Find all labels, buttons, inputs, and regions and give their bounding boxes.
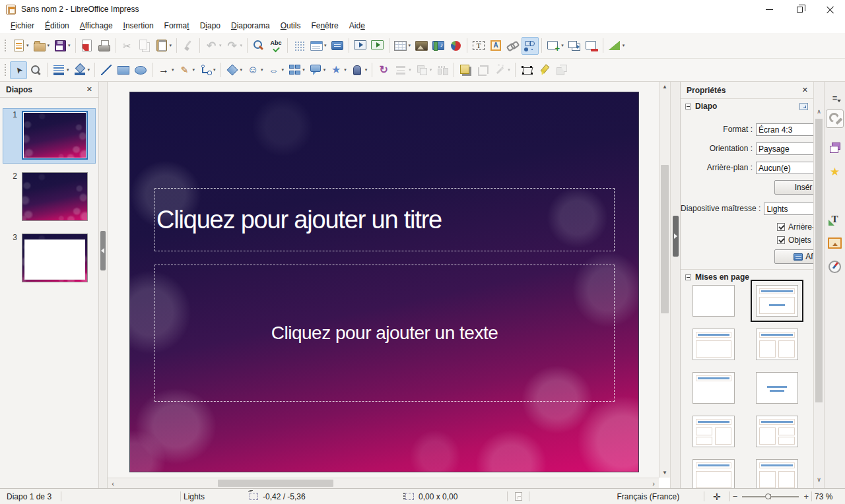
slide-thumbnail-1[interactable]: 1 — [3, 108, 96, 164]
dropdown-arrow-icon[interactable]: ▾ — [68, 43, 71, 48]
layout-title-only[interactable] — [693, 372, 735, 404]
insert-hyperlink-button[interactable] — [504, 37, 522, 55]
fill-color-button[interactable]: ▾ — [71, 61, 92, 79]
zoom-in-icon[interactable]: + — [803, 492, 809, 501]
close-button[interactable] — [815, 0, 845, 18]
left-splitter-handle[interactable] — [100, 231, 106, 270]
arrange-button[interactable]: ▾ — [413, 61, 434, 79]
menu-edition[interactable]: Édition — [40, 20, 75, 32]
insert-line-button[interactable] — [98, 61, 115, 79]
dropdown-arrow-icon[interactable]: ▾ — [172, 67, 174, 73]
layout-centered-text[interactable] — [756, 372, 798, 404]
zoom-level[interactable]: 73 % — [815, 492, 845, 501]
master-view-button[interactable]: Af — [774, 249, 814, 264]
ellipse-button[interactable] — [132, 61, 149, 79]
curve-button[interactable]: ✎▾ — [176, 61, 197, 79]
tab-slide-transition[interactable] — [826, 139, 844, 157]
dropdown-arrow-icon[interactable]: ▾ — [240, 67, 243, 73]
zoom-out-icon[interactable]: − — [733, 492, 738, 501]
crop-button[interactable] — [474, 61, 491, 79]
dropdown-arrow-icon[interactable]: ▾ — [193, 67, 195, 73]
format-combobox[interactable]: Écran 4:3 — [756, 123, 814, 136]
title-placeholder[interactable]: Cliquez pour ajouter un titre — [154, 188, 615, 251]
flowchart-button[interactable]: ▾ — [286, 61, 307, 79]
open-button[interactable]: ▾ — [31, 37, 52, 55]
menu-insertion[interactable]: Insertion — [118, 20, 159, 32]
fit-slide-button[interactable]: ✛ — [707, 491, 727, 502]
horizontal-scroll-thumb[interactable] — [218, 480, 333, 487]
edit-points-button[interactable] — [518, 61, 535, 79]
paste-button[interactable]: ▾ — [153, 37, 174, 55]
dropdown-arrow-icon[interactable]: ▾ — [365, 67, 368, 73]
find-replace-button[interactable] — [250, 37, 267, 55]
stars-button[interactable]: ★▾ — [327, 61, 349, 79]
extrusion-button[interactable] — [553, 61, 570, 79]
slides-panel-close-icon[interactable]: ✕ — [86, 85, 92, 94]
scroll-up-icon[interactable]: ∧ — [814, 108, 824, 115]
3d-objects-button[interactable]: ▾ — [349, 61, 370, 79]
dropdown-arrow-icon[interactable]: ▾ — [88, 67, 90, 73]
menu-fenetre[interactable]: Fenêtre — [306, 20, 343, 32]
collapse-section-icon[interactable] — [685, 274, 691, 280]
insert-table-button[interactable]: ▾ — [392, 37, 413, 55]
dropdown-arrow-icon[interactable]: ▾ — [213, 67, 216, 73]
right-splitter-handle[interactable] — [673, 216, 679, 257]
dropdown-arrow-icon[interactable]: ▾ — [430, 67, 432, 73]
vertical-scroll-thumb[interactable] — [661, 165, 669, 313]
layout-row5-left[interactable] — [693, 459, 735, 488]
insert-image-button[interactable] — [413, 37, 430, 55]
tab-master-slides[interactable] — [826, 186, 844, 205]
zoom-slider-track[interactable] — [742, 496, 799, 497]
menu-outils[interactable]: Outils — [275, 20, 306, 32]
duplicate-slide-button[interactable] — [566, 37, 583, 55]
layout-title-two-content[interactable] — [756, 329, 798, 360]
redo-button[interactable]: ↷▾ — [224, 37, 245, 55]
dropdown-arrow-icon[interactable]: ▾ — [623, 43, 625, 48]
dropdown-arrow-icon[interactable]: ▾ — [508, 67, 510, 73]
display-grid-button[interactable] — [290, 37, 308, 55]
dropdown-arrow-icon[interactable]: ▾ — [67, 67, 69, 73]
menu-fichier[interactable]: Fichier — [5, 20, 40, 32]
start-from-current-slide-button[interactable] — [369, 37, 386, 55]
body-placeholder[interactable]: Cliquez pour ajouter un texte — [154, 265, 615, 402]
symbol-shapes-button[interactable]: ☺▾ — [244, 61, 265, 79]
dropdown-arrow-icon[interactable]: ▾ — [261, 67, 263, 73]
print-button[interactable] — [96, 37, 113, 55]
insert-text-box-button[interactable]: T — [470, 37, 487, 55]
insert-fontwork-button[interactable]: A — [487, 37, 504, 55]
dropdown-arrow-icon[interactable]: ▾ — [323, 67, 326, 73]
slide-thumbnail-preview[interactable] — [22, 111, 88, 160]
menu-aide[interactable]: Aide — [344, 20, 370, 32]
dropdown-arrow-icon[interactable]: ▾ — [302, 67, 305, 73]
minimize-button[interactable] — [754, 0, 784, 18]
layout-one-left-two-right[interactable] — [756, 416, 798, 447]
master-objects-checkbox[interactable]: Objets — [777, 234, 814, 245]
insert-media-button[interactable]: ♪ — [430, 37, 447, 55]
zoom-slider-handle[interactable] — [765, 493, 771, 499]
show-draw-functions-button[interactable] — [522, 37, 539, 55]
export-pdf-button[interactable] — [79, 37, 96, 55]
dropdown-arrow-icon[interactable]: ▾ — [219, 43, 222, 48]
align-button[interactable]: ▾ — [392, 61, 413, 79]
dropdown-arrow-icon[interactable]: ▾ — [324, 43, 327, 48]
insert-chart-button[interactable] — [447, 37, 464, 55]
shadow-button[interactable] — [457, 61, 474, 79]
master-slide-button[interactable] — [329, 37, 346, 55]
start-from-first-slide-button[interactable] — [352, 37, 369, 55]
properties-scroll-thumb[interactable] — [815, 119, 823, 402]
menu-format[interactable]: Format — [159, 20, 195, 32]
insert-background-image-button[interactable]: Insér — [774, 180, 814, 195]
horizontal-scrollbar[interactable]: ‹ › — [108, 478, 659, 488]
diapo-section-header[interactable]: Diapo — [681, 99, 814, 113]
scroll-up-icon[interactable]: ▲ — [659, 82, 670, 91]
dropdown-arrow-icon[interactable]: ▾ — [170, 43, 172, 48]
layout-title-content[interactable] — [693, 329, 735, 360]
slide-canvas[interactable]: Cliquez pour ajouter un titre Cliquez po… — [129, 92, 639, 472]
tab-styles[interactable]: T — [826, 210, 844, 228]
slide-thumbnail-preview[interactable] — [22, 234, 88, 282]
properties-scrollbar[interactable]: ∧ ∨ — [813, 82, 824, 488]
scroll-left-icon[interactable]: ‹ — [108, 478, 118, 488]
menu-diaporama[interactable]: Diaporama — [226, 20, 275, 32]
clone-formatting-button[interactable] — [180, 37, 197, 55]
callouts-button[interactable]: ▾ — [307, 61, 328, 79]
